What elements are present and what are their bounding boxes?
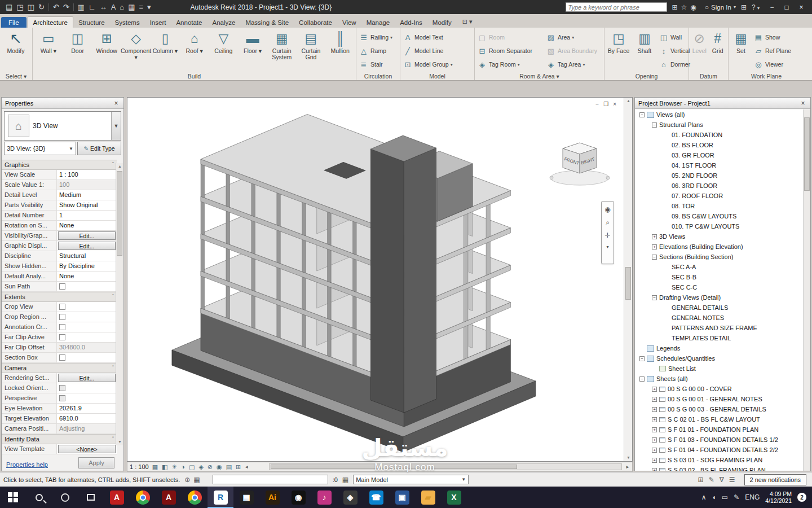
- tree-item-06-3rd-floor[interactable]: 06. 3RD FLOOR: [635, 181, 803, 191]
- panel-opening-label[interactable]: Opening: [604, 73, 689, 80]
- scrollbar-thumb[interactable]: [804, 117, 810, 191]
- qat-customize-icon[interactable]: ▾: [147, 0, 151, 14]
- ribbon-button-railing[interactable]: ☰Railing▾: [358, 30, 394, 44]
- section-header-identity-data[interactable]: Identity Dataˆ: [2, 434, 117, 444]
- tab-add-ins[interactable]: Add-Ins: [395, 17, 427, 28]
- taskbar-illustrator-button[interactable]: Ai: [259, 487, 285, 508]
- app-menu-icon[interactable]: ▤: [6, 0, 12, 14]
- volume-icon[interactable]: ◖: [712, 493, 716, 501]
- property-value[interactable]: 100: [57, 180, 117, 190]
- type-selector[interactable]: ⌂ 3D View ▼: [4, 111, 121, 141]
- property-value[interactable]: Adjusting: [57, 424, 117, 433]
- save-icon[interactable]: ◫: [28, 0, 34, 14]
- tab-annotate[interactable]: Annotate: [171, 17, 207, 28]
- tree-item-01-foundation[interactable]: 01. FOUNDATION: [635, 130, 803, 140]
- tree-item-02-bs-floor[interactable]: 02. BS FLOOR: [635, 140, 803, 150]
- tree-expander[interactable]: −: [652, 122, 657, 128]
- tree-expander[interactable]: +: [652, 407, 657, 412]
- zoom-icon[interactable]: ⌕: [606, 218, 610, 226]
- panel-room-area-label[interactable]: Room & Area ▾: [475, 73, 604, 80]
- ribbon-button-by-face[interactable]: ◳By Face: [606, 29, 632, 54]
- redo-icon[interactable]: ↷: [63, 0, 69, 14]
- ribbon-button-modify[interactable]: ↖Modify: [1, 29, 30, 54]
- tree-item-00-s-g-00-00-cover[interactable]: +00 S G 00 00 - COVER: [635, 384, 803, 394]
- tree-item-s-s-03-02-bs-fl-framing-plan[interactable]: +S S 03 02 - BS FL FRAMING PLAN: [635, 465, 803, 471]
- tree-item-s-s-03-01-sog-framing-plan[interactable]: +S S 03 01 - SOG FRAMING PLAN: [635, 455, 803, 465]
- tray-chevron-icon[interactable]: ∧: [701, 493, 707, 501]
- property-value[interactable]: 1 : 100: [57, 170, 117, 179]
- view-close-icon[interactable]: ×: [613, 101, 616, 107]
- ribbon-button-wall[interactable]: ▭Wall ▾: [34, 29, 63, 54]
- property-value[interactable]: None: [57, 221, 117, 230]
- ribbon-button-mullion[interactable]: ║Mullion: [325, 29, 355, 54]
- undo-icon[interactable]: ↶: [53, 0, 59, 14]
- tab-file[interactable]: File: [1, 17, 27, 28]
- property-value[interactable]: [57, 353, 117, 362]
- drawing-area[interactable]: FRONT RIGHT ◉ ⌕ ✛ ▾ − ❐ × ▲ ▼: [127, 97, 633, 462]
- ribbon-button-curtain-grid[interactable]: ▤Curtain Grid: [297, 29, 326, 60]
- properties-scrollbar[interactable]: ▲ ▼: [116, 163, 123, 445]
- tree-item-elevations-building-elevation[interactable]: +Elevations (Building Elevation): [635, 242, 803, 252]
- panel-work-plane-label[interactable]: Work Plane: [729, 73, 804, 80]
- thin-lines-icon[interactable]: ≡: [139, 0, 143, 14]
- minimize-button[interactable]: −: [765, 3, 779, 11]
- property-value[interactable]: 304800.0: [57, 343, 117, 352]
- ribbon-button-vertical[interactable]: ↕Vertical: [657, 44, 692, 58]
- tree-item-sec-a-a[interactable]: SEC A-A: [635, 262, 803, 272]
- close-button[interactable]: ×: [794, 3, 809, 11]
- property-value[interactable]: By Discipline: [57, 261, 117, 271]
- view-minimize-icon[interactable]: −: [595, 101, 599, 107]
- ribbon-button-dormer[interactable]: ⌂Dormer: [657, 58, 692, 71]
- canvas-horizontal-scrollbar[interactable]: [269, 463, 622, 470]
- taskbar-teams-button[interactable]: ▣: [389, 487, 415, 508]
- scroll-down-icon[interactable]: ▼: [116, 439, 123, 445]
- worksets-icon[interactable]: ⊕: [184, 476, 190, 484]
- tree-item-general-details[interactable]: GENERAL DETAILS: [635, 303, 803, 313]
- taskbar-music-button[interactable]: ♪: [311, 487, 337, 508]
- start-button[interactable]: [0, 487, 26, 508]
- property-value[interactable]: [57, 393, 117, 403]
- tree-item-07-roof-floor[interactable]: 07. ROOF FLOOR: [635, 191, 803, 201]
- close-icon[interactable]: ×: [112, 99, 120, 107]
- property-value[interactable]: Medium: [57, 190, 117, 200]
- pan-icon[interactable]: ✛: [604, 231, 610, 239]
- cart-icon[interactable]: ⊞: [741, 3, 747, 11]
- navbar-caret-icon[interactable]: ▾: [606, 244, 608, 249]
- panel-select-label[interactable]: Select ▾: [0, 73, 32, 80]
- tree-item-legends[interactable]: Legends: [635, 343, 803, 353]
- property-value[interactable]: Show Original: [57, 200, 117, 210]
- tree-expander[interactable]: −: [639, 376, 645, 382]
- tree-expander[interactable]: +: [652, 234, 657, 239]
- ribbon-button-model-text[interactable]: AModel Text: [401, 30, 454, 44]
- visual-style-icon[interactable]: ◧: [162, 463, 167, 471]
- scroll-right-icon[interactable]: ►: [625, 465, 630, 470]
- ribbon-button-window[interactable]: ⊞Window: [92, 29, 121, 54]
- ribbon-button-shaft[interactable]: ▥Shaft: [632, 29, 657, 54]
- sync-icon[interactable]: ↻: [38, 0, 45, 14]
- taskbar-excel-button[interactable]: X: [441, 487, 467, 508]
- ribbon-button-level[interactable]: ⊘Level: [690, 29, 709, 54]
- tab-structure[interactable]: Structure: [73, 17, 110, 28]
- filter-icon[interactable]: ∇: [720, 476, 724, 484]
- ribbon-button-show[interactable]: ▤Show: [752, 30, 793, 44]
- aligned-dimension-icon[interactable]: ↔: [100, 0, 107, 14]
- open-icon[interactable]: ◳: [16, 0, 23, 14]
- ribbon-button-viewer[interactable]: ◎Viewer: [752, 58, 793, 71]
- exchange-apps-icon[interactable]: ⊞: [672, 3, 678, 11]
- property-value[interactable]: 6910.0: [57, 414, 117, 423]
- temporary-hide-isolate-icon[interactable]: ⊘: [208, 463, 213, 471]
- property-value[interactable]: <None>: [57, 444, 117, 454]
- instance-combobox[interactable]: 3D View: {3D} ▼: [4, 142, 76, 155]
- tree-item-05-2nd-floor[interactable]: 05. 2ND FLOOR: [635, 170, 803, 181]
- tree-expander[interactable]: +: [652, 387, 657, 392]
- property-value[interactable]: None: [57, 271, 117, 281]
- tree-item-s-f-01-04-foundation-details-2-2[interactable]: +S F 01 04 - FOUNDATION DETAILS 2/2: [635, 445, 803, 455]
- property-value[interactable]: [57, 383, 117, 393]
- ribbon-button-ramp[interactable]: △Ramp: [358, 44, 394, 58]
- tree-item-templates-detail[interactable]: TEMPLATES DETAIL: [635, 333, 803, 343]
- property-value[interactable]: Structural: [57, 251, 117, 261]
- design-options-combobox[interactable]: Main Model ▼: [353, 475, 469, 484]
- view-cube[interactable]: FRONT RIGHT: [546, 133, 614, 191]
- section-icon[interactable]: ▦: [128, 0, 135, 14]
- section-header-camera[interactable]: Cameraˆ: [2, 363, 117, 373]
